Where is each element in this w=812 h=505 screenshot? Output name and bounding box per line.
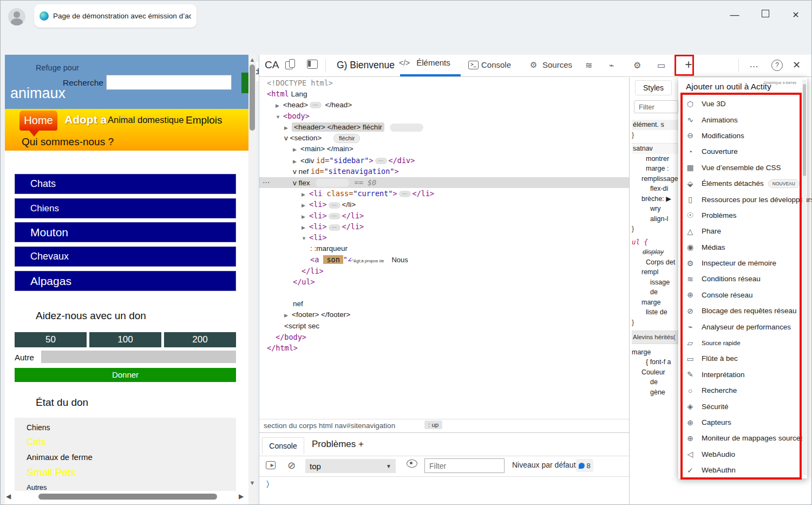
style-rule-line[interactable]: élément. s [632, 120, 682, 130]
performance-gauge-icon[interactable]: ⌁ [609, 60, 614, 70]
amount-button-200[interactable]: 200 [164, 332, 236, 347]
minimize-button[interactable]: — [728, 9, 742, 21]
expand-arrow-icon[interactable]: ▶ [302, 211, 307, 222]
tab-sources[interactable]: Sources [542, 60, 572, 69]
style-rule-line[interactable]: de [632, 377, 682, 387]
devtools-close-button[interactable]: ✕ [793, 59, 801, 71]
style-rule-line[interactable]: issage [632, 277, 682, 288]
hscroll-left-arrow[interactable]: ◀ [6, 493, 11, 500]
style-rule-line[interactable]: brèche: ▶ [632, 194, 682, 204]
dom-tree-row[interactable]: v nef id="sitenavigation"> [259, 166, 629, 177]
hscroll-right-arrow[interactable]: ▶ [239, 493, 244, 500]
dom-tree-row[interactable]: nef [259, 299, 629, 309]
styles-tab[interactable]: Styles [635, 80, 672, 95]
welcome-tab-label[interactable]: G) Bienvenue [337, 60, 395, 71]
nav-item-adopt[interactable]: Adopt a [64, 113, 107, 126]
search-go-button[interactable] [241, 73, 248, 93]
style-rule-line[interactable]: Couleur [632, 367, 682, 378]
style-rule-line[interactable]: { font-f a [632, 357, 682, 367]
inline-expand-icon[interactable]: ⋯ [399, 191, 411, 197]
dom-tree-row[interactable]: ▶<head>⋯ </head> [259, 100, 629, 111]
breadcrumb-chip[interactable]: : up [424, 420, 442, 429]
dom-tree-row[interactable]: ▶<footer> </footer> [259, 309, 629, 320]
animal-button-chats[interactable]: Chats [15, 174, 236, 194]
dom-tree-row[interactable]: <html Lang [259, 88, 629, 99]
other-amount-input[interactable] [41, 351, 236, 363]
dom-breadcrumb[interactable]: section du corps html nav#sitenavigation [264, 422, 395, 430]
style-rule-line[interactable]: marge [632, 347, 682, 358]
close-window-button[interactable]: ✕ [789, 9, 803, 21]
dom-tree-row[interactable]: </li> [259, 266, 629, 276]
style-rule-line[interactable]: Corps det [632, 257, 682, 268]
browser-tab[interactable]: Page de démonstration avec émission d’ac… [34, 4, 197, 28]
expand-arrow-icon[interactable]: ▶ [293, 156, 298, 167]
log-levels-dropdown[interactable]: Niveaux par défaut ▾ [512, 461, 580, 469]
expand-arrow-icon[interactable]: ▶ [302, 189, 307, 200]
dom-tree-row[interactable]: <a son"∠"&gt;à propos deNous [259, 254, 629, 265]
donate-button[interactable]: Donner [15, 368, 236, 382]
animal-button-chevaux[interactable]: Chevaux [15, 247, 236, 267]
application-layout-icon[interactable]: ▭ [657, 60, 665, 70]
dom-tree-row[interactable]: <script sec [259, 321, 629, 332]
devtools-help-button[interactable]: ? [771, 60, 783, 71]
dom-tree-row[interactable]: ▶<header> </header> fléchir [259, 122, 629, 133]
inline-expand-icon[interactable]: ⋯ [310, 102, 322, 108]
style-rule-line[interactable]: align-l [632, 214, 682, 224]
style-rule-line[interactable]: } [632, 318, 682, 328]
status-item[interactable]: Animaux de ferme [27, 452, 236, 462]
dom-tree-row[interactable]: </ul> [259, 276, 629, 287]
status-item[interactable]: Small Pets [27, 467, 236, 478]
dom-tree-row[interactable]: </html> [259, 342, 629, 353]
styles-filter-input[interactable]: Filter [634, 100, 678, 113]
expand-arrow-icon[interactable]: ▶ [284, 122, 290, 133]
style-rule-line[interactable]: Alevins hérités( [632, 331, 682, 344]
amount-button-100[interactable]: 100 [89, 332, 161, 347]
expand-arrow-icon[interactable]: ▶ [302, 200, 307, 211]
dom-tree-row[interactable]: v <section>fléchir [259, 133, 629, 144]
inline-expand-icon[interactable]: ⋯ [375, 158, 387, 164]
dom-tree-row[interactable]: ▶<li>⋯</li> [259, 199, 629, 210]
device-emulation-icon[interactable] [285, 59, 294, 69]
expand-arrow-icon[interactable]: ▶ [302, 222, 307, 233]
console-sidebar-icon[interactable]: ▶ [266, 461, 276, 469]
context-selector[interactable]: top ▼ [305, 459, 396, 473]
panel-layout-icon[interactable] [307, 60, 318, 69]
flex-badge[interactable]: fléchir [333, 134, 360, 143]
cpu-chip-icon[interactable]: ⚙ [633, 60, 641, 70]
style-rule-line[interactable]: marge [632, 297, 682, 308]
style-rule-line[interactable]: rempl [632, 267, 682, 277]
dom-tree-row[interactable]: ▶<li>⋯</li> [259, 221, 629, 232]
style-rule-line[interactable]: flex-di [632, 184, 682, 194]
menu-scrollbar-track[interactable] [802, 80, 807, 475]
tab-console[interactable]: Console [481, 60, 511, 69]
style-rule-line[interactable]: display [632, 247, 682, 257]
dom-tree-row[interactable]: <!DOCTYPE html> [259, 77, 629, 88]
collapse-arrow-icon[interactable]: ▼ [276, 112, 281, 122]
inline-expand-icon[interactable]: ⋯ [329, 202, 340, 209]
dom-tree-row[interactable]: ▼<body> [259, 111, 629, 121]
status-item[interactable]: Cats [27, 437, 236, 448]
issues-count-badge[interactable]: 8 [576, 459, 593, 472]
search-input[interactable] [106, 75, 232, 90]
expand-arrow-icon[interactable]: ▶ [293, 144, 298, 155]
animal-button-chiens[interactable]: Chiens [15, 198, 236, 218]
style-rule-line[interactable]: montrer [632, 154, 682, 164]
drawer-tab-problems[interactable]: Problèmes + [312, 439, 364, 450]
expand-arrow-icon[interactable]: ▶ [276, 100, 281, 111]
style-rule-line[interactable]: } [632, 130, 682, 140]
console-filter-input[interactable] [424, 458, 505, 473]
style-rule-line[interactable]: } [632, 224, 682, 234]
nav-item-jobs[interactable]: Emplois [186, 114, 222, 126]
style-rule-line[interactable]: satnav [632, 143, 682, 154]
dom-tree-row[interactable]: ▶<main> </main> [259, 144, 629, 154]
animal-button-mouton[interactable]: Mouton [15, 222, 236, 242]
collapse-arrow-icon[interactable]: ▼ [302, 233, 307, 244]
style-rule-line[interactable]: gène [632, 387, 682, 398]
horizontal-scrollbar[interactable] [38, 494, 217, 500]
inline-expand-icon[interactable]: ⋯ [329, 224, 340, 231]
style-rule-line[interactable]: marge : [632, 164, 682, 174]
style-rule-line[interactable]: de [632, 287, 682, 297]
style-rule-line[interactable]: ul { [632, 237, 682, 248]
style-rule-line[interactable]: liste de [632, 307, 682, 318]
dom-tree-row[interactable]: : :marqueur [259, 243, 629, 254]
